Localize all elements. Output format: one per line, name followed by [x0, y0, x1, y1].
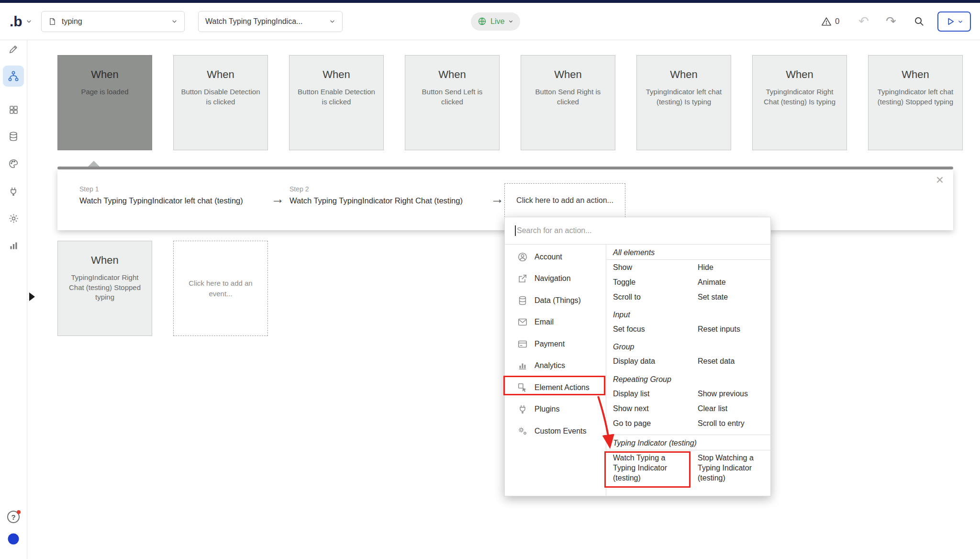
sidebar-item-styles[interactable] [3, 153, 24, 174]
close-panel-button[interactable]: × [936, 173, 944, 187]
search-button[interactable] [910, 12, 928, 31]
undo-button[interactable]: ↶ [855, 12, 873, 31]
event-title: When [643, 68, 724, 81]
sidebar-item-workflow[interactable] [3, 66, 24, 87]
action-item[interactable]: Animate [691, 275, 770, 290]
sidebar-item-logs[interactable] [3, 235, 24, 256]
workflow-selector-dropdown[interactable]: Watch Typing TypingIndica... [198, 11, 343, 32]
navigation-icon [517, 273, 528, 284]
sidebar-item-settings[interactable] [3, 208, 24, 229]
environment-selector[interactable]: Live [471, 12, 520, 31]
action-search-input[interactable]: Search for an action... [505, 217, 770, 245]
event-subtitle: TypingIndicator Right Chat (testing) Is … [759, 87, 840, 107]
preview-button[interactable] [937, 11, 971, 32]
action-item[interactable]: Clear list [691, 401, 770, 416]
panel-expander-arrow[interactable] [29, 292, 35, 301]
step-label: Step 2 [290, 185, 463, 193]
step-2[interactable]: Step 2 Watch Typing TypingIndicator Righ… [290, 185, 463, 205]
action-item[interactable]: Show next [606, 401, 691, 416]
action-item[interactable]: Set state [691, 290, 770, 304]
action-item[interactable]: Display data [606, 354, 691, 369]
app-logo-menu[interactable]: b [10, 13, 32, 30]
event-card[interactable]: WhenButton Send Right is clicked [521, 55, 615, 150]
action-row: Show nextClear list [606, 401, 770, 416]
event-card[interactable]: WhenTypingIndicator left chat (testing) … [868, 55, 963, 150]
action-item[interactable]: Scroll to entry [691, 416, 770, 431]
event-card[interactable]: WhenButton Enable Detection is clicked [289, 55, 384, 150]
action-row: Watch Typing a Typing Indicator (testing… [606, 450, 770, 485]
action-section-header: Input [606, 307, 770, 322]
action-category-data-things[interactable]: Data (Things) [505, 290, 606, 312]
action-item[interactable]: Set focus [606, 322, 691, 336]
step-arrow-icon: → [271, 191, 284, 207]
action-category-payment[interactable]: Payment [505, 333, 606, 355]
event-title: When [875, 68, 956, 81]
database-icon [8, 131, 19, 142]
action-category-navigation[interactable]: Navigation [505, 268, 606, 290]
event-card[interactable]: WhenButton Disable Detection is clicked [173, 55, 268, 150]
action-item[interactable]: Show [606, 260, 691, 275]
action-category-element-actions[interactable]: Element Actions [505, 377, 606, 399]
data-things-icon [517, 295, 528, 306]
action-item[interactable]: Display list [606, 386, 691, 401]
sidebar-item-design[interactable] [3, 39, 24, 60]
account-icon [517, 252, 528, 262]
action-item[interactable]: Toggle [606, 275, 691, 290]
help-button[interactable]: ? [7, 511, 20, 523]
sidebar-item-components[interactable] [3, 99, 24, 120]
step-arrow-icon: → [490, 191, 504, 207]
category-label: Analytics [535, 361, 565, 370]
redo-button[interactable]: ↷ [882, 12, 900, 31]
sidebar-item-plugins[interactable] [3, 181, 24, 202]
add-action-button[interactable]: Click here to add an action... [504, 183, 625, 217]
action-category-plugins[interactable]: Plugins [505, 399, 606, 421]
event-subtitle: TypingIndicator left chat (testing) Stop… [875, 87, 956, 107]
analytics-icon [517, 360, 528, 371]
action-item[interactable]: Watch Typing a Typing Indicator (testing… [606, 450, 691, 485]
chevron-down-icon [508, 19, 513, 24]
step-1[interactable]: Step 1 Watch Typing TypingIndicator left… [79, 185, 243, 205]
action-category-account[interactable]: Account [505, 246, 606, 268]
event-card[interactable]: When TypingIndicator Right Chat (testing… [57, 241, 152, 336]
action-item[interactable]: Go to page [606, 416, 691, 431]
category-label: Plugins [535, 405, 559, 414]
action-item[interactable]: Show previous [691, 386, 770, 401]
event-subtitle: Button Disable Detection is clicked [180, 87, 261, 107]
action-item[interactable]: Reset data [691, 354, 770, 369]
page-selector-dropdown[interactable]: typing [41, 11, 185, 32]
bubble-workflow-editor: b typing Watch Typing TypingIndica... [0, 0, 980, 559]
warning-icon [821, 16, 832, 27]
action-section-header: All elements [606, 245, 770, 260]
action-item[interactable]: Scroll to [606, 290, 691, 304]
action-categories: AccountNavigationData (Things)EmailPayme… [505, 245, 606, 496]
chevron-down-icon [958, 19, 963, 24]
palette-icon [8, 158, 19, 169]
event-card[interactable]: WhenPage is loaded [57, 55, 152, 150]
chevron-down-icon [329, 18, 335, 24]
action-category-custom-events[interactable]: Custom Events [505, 420, 606, 442]
event-title: When [180, 68, 261, 81]
chevron-down-icon [26, 18, 32, 24]
event-card[interactable]: WhenButton Send Left is clicked [405, 55, 500, 150]
element-actions-icon [517, 382, 528, 393]
action-menu-popup: Search for an action... AccountNavigatio… [504, 217, 771, 496]
action-item[interactable]: Reset inputs [691, 322, 770, 336]
issues-indicator[interactable]: 0 [821, 16, 839, 27]
action-menu-body: AccountNavigationData (Things)EmailPayme… [505, 245, 770, 496]
step-title[interactable]: Watch Typing TypingIndicator left chat (… [79, 196, 243, 205]
event-card[interactable]: WhenTypingIndicator Right Chat (testing)… [752, 55, 847, 150]
category-label: Custom Events [535, 427, 586, 436]
action-category-analytics[interactable]: Analytics [505, 355, 606, 377]
event-card[interactable]: WhenTypingIndicator left chat (testing) … [636, 55, 731, 150]
action-section-header: Repeating Group [606, 371, 770, 386]
event-title: When [527, 68, 609, 81]
action-category-email[interactable]: Email [505, 312, 606, 334]
event-title: When [296, 68, 377, 81]
sidebar-item-data[interactable] [3, 126, 24, 147]
add-event-button[interactable]: Click here to add an event... [173, 241, 268, 336]
step-title[interactable]: Watch Typing TypingIndicator Right Chat … [290, 196, 463, 205]
action-item[interactable]: Hide [691, 260, 770, 275]
action-item[interactable]: Stop Watching a Typing Indicator (testin… [691, 450, 770, 485]
status-circle-button[interactable] [8, 534, 19, 545]
action-section-header: Group [606, 339, 770, 354]
